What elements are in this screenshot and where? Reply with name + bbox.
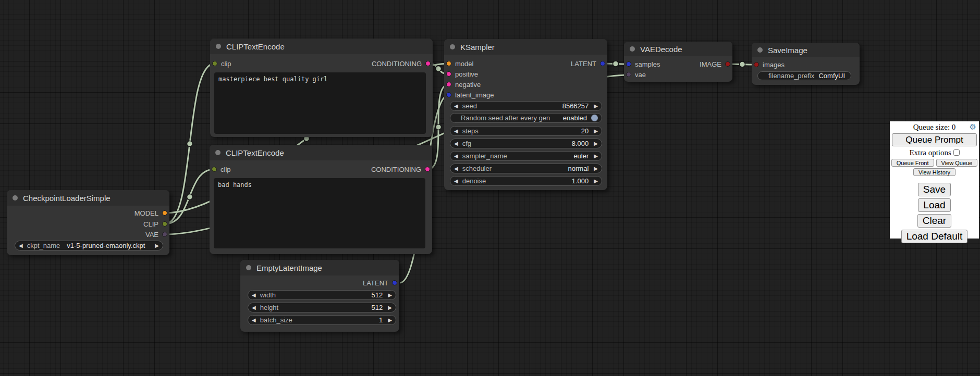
positive-prompt-textarea[interactable]: masterpiece best quality girl (214, 72, 426, 134)
clip-input-port[interactable] (212, 61, 217, 66)
decrement-arrow-icon[interactable] (252, 318, 256, 323)
queue-panel: Queue size: 0 ⚙ Queue Prompt Extra optio… (890, 121, 979, 239)
view-queue-button[interactable]: View Queue (936, 159, 978, 167)
input-vae: vae (626, 69, 646, 80)
model-output-port[interactable] (162, 210, 167, 216)
node-collapse-dot[interactable] (757, 47, 763, 53)
vae-input-port[interactable] (626, 72, 631, 77)
decrement-arrow-icon[interactable] (252, 293, 256, 298)
output-latent: LATENT (571, 58, 605, 69)
latent-image-input-port[interactable] (446, 92, 451, 97)
node-clip-text-encode-positive[interactable]: CLIPTextEncode clip CONDITIONING masterp… (210, 39, 433, 137)
node-title-bar[interactable]: CheckpointLoaderSimple (7, 190, 169, 206)
cfg-widget[interactable]: cfg 8.000 (450, 139, 602, 148)
increment-arrow-icon[interactable] (594, 154, 598, 159)
increment-arrow-icon[interactable] (388, 293, 392, 298)
save-button[interactable]: Save (918, 183, 951, 196)
samples-input-port[interactable] (626, 61, 631, 67)
input-samples: samples (626, 59, 660, 69)
decrement-arrow-icon[interactable] (454, 154, 458, 159)
node-title: SaveImage (768, 46, 807, 55)
increment-arrow-icon[interactable] (594, 166, 598, 171)
queue-front-button[interactable]: Queue Front (891, 159, 934, 167)
negative-input-port[interactable] (446, 82, 451, 87)
load-button[interactable]: Load (918, 198, 950, 212)
model-input-port[interactable] (446, 61, 451, 66)
node-title-bar[interactable]: CLIPTextEncode (210, 39, 433, 54)
increment-arrow-icon[interactable] (594, 129, 598, 134)
latent-output-port[interactable] (392, 280, 397, 285)
latent-output-port[interactable] (600, 61, 605, 66)
decrement-arrow-icon[interactable] (19, 243, 23, 248)
extra-options-row: Extra options (890, 148, 979, 157)
images-input-port[interactable] (754, 62, 759, 67)
node-title-bar[interactable]: SaveImage (752, 43, 860, 57)
input-clip: clip (212, 164, 231, 174)
load-default-button[interactable]: Load Default (901, 230, 968, 243)
image-output-port[interactable] (725, 61, 730, 67)
scheduler-widget[interactable]: scheduler normal (450, 164, 602, 173)
increment-arrow-icon[interactable] (388, 305, 392, 310)
conditioning-output-port[interactable] (425, 61, 431, 66)
ckpt-name-widget[interactable]: ckpt_name v1-5-pruned-emaonly.ckpt (15, 241, 163, 250)
sampler-name-widget[interactable]: sampler_name euler (450, 151, 602, 161)
steps-widget[interactable]: steps 20 (450, 126, 602, 136)
comfyui-canvas[interactable]: { "colors": { "wire": "#b5c8ad", "port_m… (0, 0, 980, 376)
node-vae-decode[interactable]: VAEDecode samples vae IMAGE (624, 42, 732, 82)
input-clip: clip (212, 58, 231, 69)
seed-widget[interactable]: seed 8566257 (450, 101, 602, 111)
width-widget[interactable]: width 512 (248, 290, 396, 300)
output-clip: CLIP (143, 219, 167, 229)
node-checkpoint-loader-simple[interactable]: CheckpointLoaderSimple MODEL CLIP VAE ck… (7, 190, 169, 255)
decrement-arrow-icon[interactable] (454, 141, 458, 146)
queue-size-label: Queue size: 0 (890, 121, 979, 132)
increment-arrow-icon[interactable] (388, 318, 392, 323)
denoise-widget[interactable]: denoise 1.000 (450, 176, 602, 186)
node-collapse-dot[interactable] (630, 46, 635, 52)
decrement-arrow-icon[interactable] (454, 166, 458, 171)
settings-gear-icon[interactable]: ⚙ (970, 123, 976, 131)
node-collapse-dot[interactable] (450, 44, 455, 49)
node-collapse-dot[interactable] (216, 44, 221, 49)
conditioning-output-port[interactable] (425, 167, 430, 172)
clear-button[interactable]: Clear (917, 214, 951, 228)
negative-prompt-textarea[interactable]: bad hands (214, 178, 425, 248)
filename-prefix-widget[interactable]: filename_prefix ComfyUI (757, 71, 851, 80)
node-collapse-dot[interactable] (215, 150, 220, 155)
increment-arrow-icon[interactable] (594, 141, 598, 146)
increment-arrow-icon[interactable] (594, 104, 598, 109)
node-clip-text-encode-negative[interactable]: CLIPTextEncode clip CONDITIONING bad han… (210, 145, 432, 254)
vae-output-port[interactable] (162, 232, 167, 237)
node-title: VAEDecode (640, 45, 682, 54)
increment-arrow-icon[interactable] (155, 243, 159, 248)
decrement-arrow-icon[interactable] (454, 179, 458, 184)
node-ksampler[interactable]: KSampler model positive negative latent_… (444, 39, 607, 190)
node-title-bar[interactable]: KSampler (444, 39, 607, 55)
enabled-toggle-icon[interactable] (591, 115, 598, 121)
node-title-bar[interactable]: EmptyLatentImage (240, 260, 399, 275)
input-latent-image: latent_image (446, 90, 494, 100)
view-history-button[interactable]: View History (913, 168, 956, 176)
clip-output-port[interactable] (162, 221, 167, 227)
output-image: IMAGE (700, 59, 730, 69)
node-title-bar[interactable]: CLIPTextEncode (210, 145, 432, 160)
increment-arrow-icon[interactable] (594, 179, 598, 184)
positive-input-port[interactable] (446, 71, 451, 77)
height-widget[interactable]: height 512 (248, 303, 396, 312)
extra-options-checkbox[interactable] (953, 149, 960, 156)
clip-input-port[interactable] (212, 167, 217, 172)
node-title: KSampler (460, 43, 495, 52)
output-conditioning: CONDITIONING (372, 58, 431, 69)
random-seed-toggle-widget[interactable]: Random seed after every gen enabled (450, 113, 602, 123)
queue-prompt-button[interactable]: Queue Prompt (892, 133, 977, 146)
node-title: CLIPTextEncode (226, 42, 285, 51)
decrement-arrow-icon[interactable] (252, 305, 256, 310)
node-save-image[interactable]: SaveImage images filename_prefix ComfyUI (752, 43, 860, 85)
decrement-arrow-icon[interactable] (454, 104, 458, 109)
node-title-bar[interactable]: VAEDecode (624, 42, 732, 56)
node-collapse-dot[interactable] (246, 265, 251, 270)
batch-size-widget[interactable]: batch_size 1 (248, 315, 396, 325)
decrement-arrow-icon[interactable] (454, 129, 458, 134)
node-collapse-dot[interactable] (13, 195, 18, 200)
node-empty-latent-image[interactable]: EmptyLatentImage LATENT width 512 height… (240, 260, 399, 332)
